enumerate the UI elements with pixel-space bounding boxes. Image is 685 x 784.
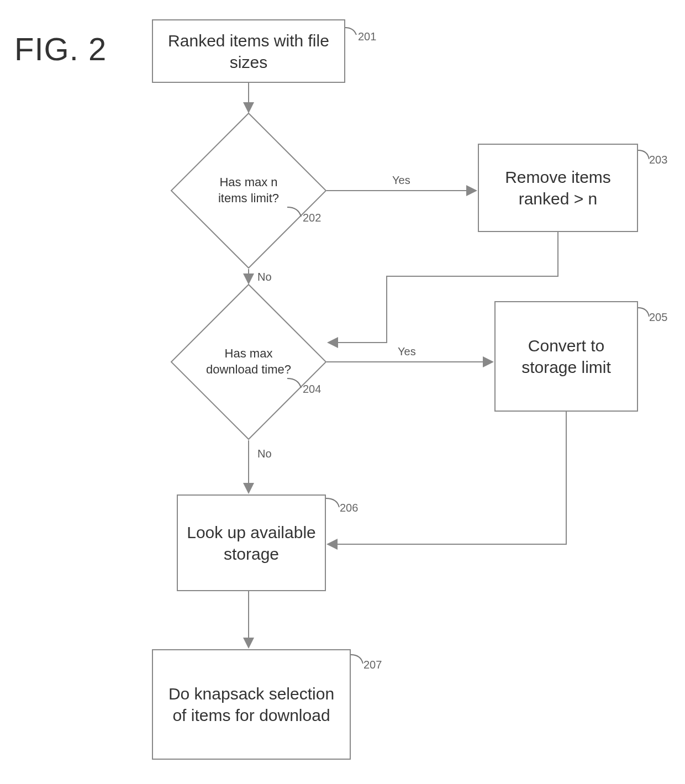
edge-label-no-204: No <box>257 448 272 460</box>
node-text: Do knapsack selection of items for downl… <box>160 683 343 726</box>
ref-205: 205 <box>649 311 667 324</box>
node-lookup-storage: Look up available storage <box>177 494 326 591</box>
ref-202: 202 <box>303 212 321 224</box>
figure-label: FIG. 2 <box>14 30 107 67</box>
node-has-max-items: Has max n items limit? <box>193 135 304 246</box>
edge-label-yes-202: Yes <box>392 174 410 187</box>
node-text: Has max n items limit? <box>204 175 293 206</box>
ref-207: 207 <box>363 659 382 671</box>
node-remove-items: Remove items ranked > n <box>478 144 638 232</box>
node-convert-storage-limit: Convert to storage limit <box>494 301 638 412</box>
node-text: Has max download time? <box>204 346 293 377</box>
ref-201: 201 <box>358 30 376 43</box>
ref-203: 203 <box>649 154 667 166</box>
edge-label-no-202: No <box>257 271 272 283</box>
ref-204: 204 <box>303 383 321 396</box>
node-text: Convert to storage limit <box>502 335 630 378</box>
node-has-max-download-time: Has max download time? <box>193 307 304 417</box>
node-knapsack-selection: Do knapsack selection of items for downl… <box>152 649 351 760</box>
node-ranked-items: Ranked items with file sizes <box>152 19 345 83</box>
ref-206: 206 <box>340 502 358 514</box>
node-text: Look up available storage <box>185 522 318 565</box>
node-text: Ranked items with file sizes <box>160 30 338 73</box>
node-text: Remove items ranked > n <box>486 166 630 209</box>
edge-label-yes-204: Yes <box>398 345 416 358</box>
